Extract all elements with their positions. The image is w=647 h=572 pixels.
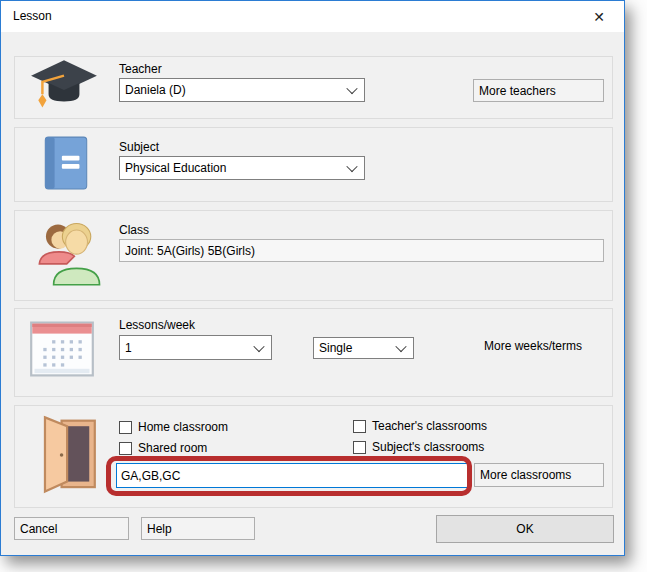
checkbox-box[interactable] xyxy=(119,421,132,434)
cancel-button[interactable]: Cancel xyxy=(14,517,129,540)
teacher-label: Teacher xyxy=(119,62,162,76)
chevron-down-icon xyxy=(346,83,357,94)
lessons-week-label: Lessons/week xyxy=(119,318,195,332)
lesson-type-value: Single xyxy=(319,341,391,355)
graduation-cap-icon xyxy=(28,58,100,116)
calendar-icon xyxy=(29,318,95,380)
subjects-classrooms-checkbox[interactable]: Subject's classrooms xyxy=(353,440,484,454)
chevron-down-icon xyxy=(253,340,264,351)
book-icon xyxy=(37,131,95,195)
classrooms-input[interactable] xyxy=(116,463,469,488)
more-classrooms-button[interactable]: More classrooms xyxy=(474,463,604,487)
ok-button[interactable]: OK xyxy=(436,515,614,543)
door-icon xyxy=(35,413,97,497)
subject-selected-value: Physical Education xyxy=(125,161,342,175)
class-label: Class xyxy=(119,223,149,237)
chevron-down-icon xyxy=(395,341,406,352)
class-field: Joint: 5A(Girls) 5B(Girls) xyxy=(119,239,604,262)
teacher-select[interactable]: Daniela (D) xyxy=(119,78,365,102)
more-teachers-button[interactable]: More teachers xyxy=(473,79,604,102)
classroom-section xyxy=(14,405,613,508)
help-button[interactable]: Help xyxy=(141,517,255,540)
students-icon xyxy=(35,214,105,292)
dialog-title: Lesson xyxy=(13,9,52,23)
teacher-selected-value: Daniela (D) xyxy=(125,83,342,97)
screen: Lesson ✕ Teacher Daniela (D) More teache… xyxy=(0,0,647,572)
more-weeks-terms-button[interactable]: More weeks/terms xyxy=(484,339,582,353)
lesson-type-select[interactable]: Single xyxy=(313,337,414,359)
class-value: Joint: 5A(Girls) 5B(Girls) xyxy=(125,244,255,258)
subject-select[interactable]: Physical Education xyxy=(119,156,365,180)
lessons-count-select[interactable]: 1 xyxy=(119,335,272,360)
checkbox-box[interactable] xyxy=(353,441,366,454)
close-icon: ✕ xyxy=(593,9,605,25)
checkbox-box[interactable] xyxy=(353,420,366,433)
lessons-count-value: 1 xyxy=(125,341,249,355)
chevron-down-icon xyxy=(346,161,357,172)
checkbox-box[interactable] xyxy=(119,442,132,455)
subject-label: Subject xyxy=(119,140,159,154)
teachers-classrooms-checkbox[interactable]: Teacher's classrooms xyxy=(353,419,487,433)
home-classroom-checkbox[interactable]: Home classroom xyxy=(119,420,228,434)
shared-room-checkbox[interactable]: Shared room xyxy=(119,441,207,455)
titlebar: Lesson ✕ xyxy=(1,1,624,32)
close-button[interactable]: ✕ xyxy=(582,3,616,30)
lesson-dialog: Lesson ✕ Teacher Daniela (D) More teache… xyxy=(0,0,625,556)
